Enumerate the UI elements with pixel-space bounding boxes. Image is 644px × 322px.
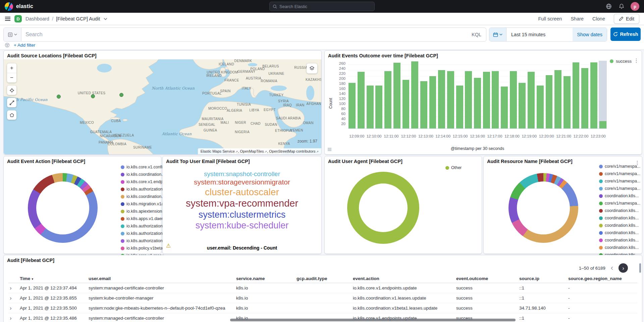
bar[interactable] [348,61,356,128]
world-map[interactable]: UNITED STATESMEXICOCUBAGUATEMALANICARAGU… [4,59,321,154]
attribution-link[interactable]: Elastic Maps Service↗ [201,149,238,153]
bar[interactable] [527,61,535,128]
refresh-button[interactable]: Refresh [610,28,641,41]
show-dates-button[interactable]: Show dates [573,28,607,41]
legend-item[interactable]: io.k8s.apps.v1.daem... [121,217,158,221]
tagcloud-term[interactable]: system:storageversionmigrator [194,178,290,186]
bar[interactable] [474,61,482,128]
map-marker[interactable] [57,95,61,99]
legend-item[interactable]: io.k8s.core.v1.confi... [121,165,158,169]
user-avatar[interactable]: p [631,2,639,11]
tagcloud-term[interactable]: cluster-autoscaler [205,187,279,197]
column-header-source-ip[interactable]: source.ip [519,276,568,281]
alerts-bell-icon[interactable] [618,3,625,10]
legend-item[interactable]: coordination.k8s... [599,209,639,213]
zoom-in-button[interactable]: + [7,63,16,73]
legend-item[interactable]: coordination.k8s... [599,194,639,198]
map-marker[interactable] [119,93,123,97]
legend-item[interactable]: core/v1/namespa... [599,186,639,191]
legend-item[interactable]: io.k8s.authorization... [121,187,158,192]
full-screen-button[interactable]: Full screen [538,16,562,21]
bar[interactable] [554,61,562,128]
legend-item[interactable]: io.k8s.migration.v1al... [121,202,158,206]
bar[interactable] [590,61,598,128]
menu-hamburger-icon[interactable] [5,16,11,21]
legend-item[interactable]: Other [445,166,479,170]
kql-search-input[interactable]: Search KQL [3,28,486,42]
legend-item[interactable]: core/v1/namespa... [599,201,639,206]
bar[interactable] [447,61,455,128]
bar[interactable] [482,61,490,128]
clone-button[interactable]: Clone [592,16,605,21]
calendar-menu-button[interactable] [489,28,506,41]
attribution-link[interactable]: , OpenStreetMap contributors↗ [267,149,319,153]
legend-item[interactable]: io.k8s.authorization... [121,239,158,243]
bar[interactable] [411,61,419,128]
bar[interactable] [500,61,508,128]
tagcloud-term[interactable]: system:vpa-recommender [186,198,298,209]
bar[interactable] [384,61,392,128]
column-header-user-email[interactable]: user.email [89,276,236,281]
legend-item[interactable]: coordination.k8s... [599,223,639,228]
legend-item[interactable]: io.k8s.policy.v1beta... [121,246,158,251]
horizontal-scrollbar[interactable] [230,319,516,321]
bar[interactable] [563,61,571,128]
expand-row-chevron-icon[interactable]: › [8,305,20,311]
next-page-button[interactable]: › [619,263,628,273]
legend-item[interactable]: core/v1/namespa... [599,179,639,183]
column-header-service-name[interactable]: service.name [236,276,297,281]
bar[interactable] [455,61,464,128]
attribution-link[interactable]: , OpenMapTiles↗ [238,149,267,153]
previous-page-icon[interactable]: ‹ [611,264,613,272]
map-marker[interactable] [91,94,95,98]
space-badge[interactable]: D [14,15,22,22]
measure-tool-button[interactable] [7,98,16,107]
tagcloud-term[interactable]: system:clustermetrics [199,210,286,220]
filter-manage-icon[interactable] [5,43,10,48]
expand-row-chevron-icon[interactable]: › [8,315,20,321]
legend-item[interactable]: core/v1/namespa... [599,172,639,176]
bar[interactable] [375,61,383,128]
legend-item[interactable]: coordination.k8s... [599,246,639,250]
column-header-event-action[interactable]: event.action [353,276,456,281]
globe-icon[interactable] [605,3,612,10]
edit-button[interactable]: Edit [614,14,639,24]
share-button[interactable]: Share [571,16,584,21]
bar[interactable] [572,61,580,128]
legend-item[interactable]: coordination.k8s... [599,238,639,243]
legend-item[interactable]: io.k8s.apiextensions... [121,209,158,214]
bar[interactable] [366,61,374,128]
bar[interactable] [393,61,401,128]
bar[interactable] [545,61,553,128]
tagcloud-term[interactable]: system:snapshot-controller [204,170,280,177]
elastic-logo-icon[interactable] [5,2,13,11]
legend-item[interactable]: io.k8s.authorization... [121,231,158,236]
chevron-down-icon[interactable] [104,18,107,20]
bar[interactable] [491,61,499,128]
bar[interactable] [509,61,517,128]
bar[interactable] [536,61,544,128]
bar[interactable] [599,61,607,128]
add-filter-button[interactable]: + Add filter [14,43,35,48]
bar[interactable] [465,61,473,128]
expand-row-chevron-icon[interactable]: › [8,295,20,301]
fit-to-data-button[interactable] [7,86,16,95]
draw-shape-tool-button[interactable] [7,110,16,120]
legend-item[interactable]: core/v1/namespa... [599,164,639,169]
column-header-time[interactable]: Time▾ [20,276,89,281]
legend-toggle-icon[interactable] [327,147,332,152]
bar[interactable] [420,61,428,128]
column-header-event-outcome[interactable]: event.outcome [456,276,519,281]
legend-item[interactable]: coordination.k8s... [599,216,639,220]
saved-query-menu-button[interactable] [4,28,21,41]
bar[interactable] [581,61,589,128]
bar[interactable] [518,61,526,128]
bar[interactable] [402,61,410,128]
user-agent-donut-chart[interactable] [347,172,419,244]
column-header-source-geo-region-name[interactable]: source.geo.region_name [568,276,637,281]
tagcloud-term[interactable]: system:kube-scheduler [196,220,289,230]
expand-row-chevron-icon[interactable]: › [8,285,20,291]
bar[interactable] [357,61,365,128]
bar[interactable] [438,61,446,128]
map-attribution[interactable]: Elastic Maps Service↗, OpenMapTiles↗, Op… [198,148,321,154]
